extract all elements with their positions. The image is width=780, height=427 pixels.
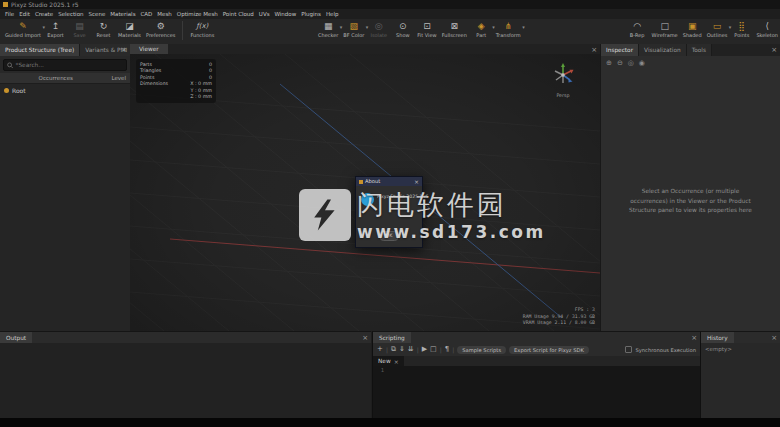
tree-search-box[interactable]: [3, 59, 127, 71]
b-rep-button[interactable]: ◠ B-Rep: [628, 21, 647, 39]
pixyz-logo-icon: [361, 193, 374, 206]
fit-view-button[interactable]: ⊡ Fit View: [417, 21, 436, 39]
run-script-icon[interactable]: ▶: [422, 344, 427, 355]
tab-scripting[interactable]: Scripting: [373, 332, 411, 343]
synchronous-execution-checkbox[interactable]: [625, 346, 632, 353]
menu-edit[interactable]: Edit: [19, 9, 30, 19]
about-dialog: About × Pixyz Studio 2025.1 r5 OK: [355, 176, 423, 248]
menu-cad[interactable]: CAD: [141, 9, 153, 19]
guided-import-button[interactable]: ✎ ▾ Guided Import: [5, 21, 41, 39]
synchronous-execution-label: Synchronous Execution: [635, 347, 696, 353]
tab-tools[interactable]: Tools: [687, 44, 712, 56]
guided-import-label: Guided Import: [5, 32, 41, 39]
output-log-area[interactable]: [0, 343, 371, 419]
output-panel: Output ×: [0, 331, 371, 419]
close-icon[interactable]: ×: [394, 358, 399, 365]
checker-button[interactable]: ▦ ▾ Checker: [318, 21, 338, 39]
preferences-button[interactable]: ⚙ Preferences: [146, 21, 175, 39]
save-script-icon[interactable]: ⇓: [399, 344, 405, 355]
app-icon: [3, 2, 8, 7]
menu-create[interactable]: Create: [35, 9, 53, 19]
close-icon[interactable]: ×: [771, 333, 777, 343]
guided-import-icon: ✎: [19, 21, 27, 32]
chevron-down-icon[interactable]: ▾: [522, 24, 525, 30]
camera-mode-label[interactable]: Persp: [546, 93, 580, 98]
copy-script-icon[interactable]: ⧉: [391, 344, 396, 355]
tab-visualization[interactable]: Visualization: [639, 44, 687, 56]
pin-icon[interactable]: ◉: [639, 59, 645, 68]
column-level[interactable]: Level: [111, 75, 130, 81]
menu-scene[interactable]: Scene: [89, 9, 106, 19]
ok-button[interactable]: OK: [380, 231, 399, 241]
export-script-sdk-button[interactable]: Export Script for Pixyz SDK: [509, 346, 589, 354]
search-input[interactable]: [15, 62, 123, 68]
outlines-label: Outlines: [707, 32, 728, 39]
export-button[interactable]: ↥ Export: [46, 21, 65, 39]
close-icon[interactable]: ×: [362, 333, 368, 343]
close-icon[interactable]: ×: [414, 177, 419, 186]
wireframe-icon: □: [660, 21, 669, 32]
isolate-label: Isolate: [370, 32, 387, 39]
menu-help[interactable]: Help: [326, 9, 339, 19]
chevron-down-icon[interactable]: ▾: [366, 24, 369, 30]
chevron-down-icon[interactable]: ▾: [43, 24, 46, 30]
toolbar-group-view: ▦ ▾ Checker ▧ ▾ BF Color ◎ Isolate ⊙ Sho…: [318, 21, 521, 39]
wireframe-button[interactable]: □ Wireframe: [652, 21, 678, 39]
bf-color-button[interactable]: ▧ ▾ BF Color: [343, 21, 364, 39]
script-editor[interactable]: 1: [373, 366, 700, 419]
points-button[interactable]: ⣿ Points: [732, 21, 751, 39]
save-all-scripts-icon[interactable]: ⇊: [408, 344, 414, 355]
menu-file[interactable]: File: [5, 9, 14, 19]
menu-materials[interactable]: Materials: [110, 9, 135, 19]
show-whitespace-icon[interactable]: ¶: [445, 344, 449, 355]
menu-mesh[interactable]: Mesh: [157, 9, 171, 19]
close-icon[interactable]: ×: [691, 333, 697, 343]
menu-point-cloud[interactable]: Point Cloud: [223, 9, 254, 19]
chevron-down-icon[interactable]: ▾: [729, 24, 732, 30]
functions-button[interactable]: ƒ(x) Functions: [190, 21, 214, 39]
menu-plugins[interactable]: Plugins: [301, 9, 321, 19]
chevron-down-icon[interactable]: ▾: [340, 24, 343, 30]
part-button[interactable]: ◈ ▾ Part: [472, 21, 491, 39]
tab-history[interactable]: History: [701, 332, 734, 343]
outlines-button[interactable]: ▭ ▾ Outlines: [707, 21, 728, 39]
axis-gizmo-icon: [550, 61, 576, 87]
transform-button[interactable]: ⋔ ▾ Transform: [496, 21, 521, 39]
focus-icon[interactable]: ◎: [628, 59, 634, 68]
shaded-button[interactable]: ▣ Shaded: [683, 21, 702, 39]
zoom-out-icon[interactable]: ⊖: [617, 59, 623, 68]
show-eye-icon: ⊙: [399, 21, 407, 32]
toolbar-group-file: ✎ ▾ Guided Import ↥ Export ▤ Save ↻ Rese…: [5, 21, 214, 40]
menu-window[interactable]: Window: [275, 9, 297, 19]
tab-output[interactable]: Output: [0, 332, 32, 343]
chevron-down-icon[interactable]: ▾: [492, 24, 495, 30]
new-script-plus-icon[interactable]: +: [377, 344, 383, 355]
reset-button[interactable]: ↻ Reset: [94, 21, 113, 39]
menu-uvs[interactable]: UVs: [259, 9, 270, 19]
toolbar-group-display: ◠ B-Rep □ Wireframe ▣ Shaded ▭ ▾ Outline…: [628, 21, 778, 39]
tab-viewer[interactable]: Viewer: [130, 44, 168, 54]
materials-button[interactable]: ◪ Materials: [118, 21, 141, 39]
tab-inspector[interactable]: Inspector: [601, 44, 639, 56]
view-orientation-gizmo[interactable]: Persp: [546, 61, 580, 98]
column-occurrences[interactable]: Occurrences: [0, 75, 111, 81]
tree-row-root[interactable]: Root: [0, 86, 130, 95]
fullscreen-button[interactable]: ⊠ Fullscreen: [442, 21, 467, 39]
menu-optimize-mesh[interactable]: Optimize Mesh: [177, 9, 218, 19]
b-rep-label: B-Rep: [630, 32, 645, 39]
menu-selection[interactable]: Selection: [58, 9, 83, 19]
close-icon[interactable]: ×: [121, 45, 127, 55]
tab-product-structure[interactable]: Product Structure (Tree): [0, 44, 80, 56]
run-selection-icon[interactable]: □: [430, 344, 437, 355]
tab-script-new[interactable]: New ×: [373, 356, 404, 366]
vram-usage-value: VRAM Usage 2.11 / 8.00 GB: [523, 320, 595, 327]
close-icon[interactable]: ×: [771, 45, 777, 55]
save-button[interactable]: ▤ Save: [70, 21, 89, 39]
zoom-in-icon[interactable]: ⊕: [606, 59, 612, 68]
product-structure-panel: Product Structure (Tree) Variants & PMI …: [0, 44, 131, 331]
sample-scripts-button[interactable]: Sample Scripts: [457, 346, 506, 354]
show-button[interactable]: ⊙ Show: [393, 21, 412, 39]
isolate-button[interactable]: ◎ Isolate: [369, 21, 388, 39]
about-dialog-titlebar[interactable]: About ×: [356, 177, 422, 186]
skeleton-button[interactable]: ⟨ Skeleton: [756, 21, 778, 39]
